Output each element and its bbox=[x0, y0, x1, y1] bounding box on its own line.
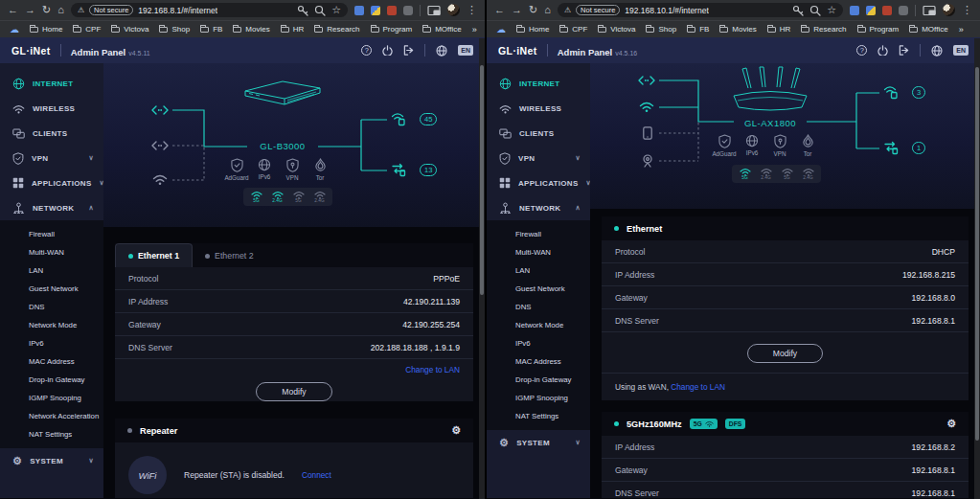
address-bar[interactable]: ⚠ Not secure 192.168.10.1/#/internet ☆ bbox=[558, 3, 843, 17]
subnav-item-igmp-snooping[interactable]: IGMP Snooping bbox=[487, 389, 590, 407]
wired-clients-icon[interactable] bbox=[885, 143, 898, 154]
profile-avatar[interactable] bbox=[943, 4, 955, 16]
change-to-lan-link[interactable]: Change to LAN bbox=[671, 382, 725, 392]
reload-icon[interactable]: ↻ bbox=[529, 0, 537, 20]
language-icon[interactable] bbox=[436, 45, 447, 57]
help-icon[interactable]: ? bbox=[856, 45, 867, 56]
bookmark-item[interactable]: CPF bbox=[559, 25, 587, 34]
bookmark-item[interactable]: Home bbox=[516, 25, 549, 34]
band-guest-5g[interactable]: 5G bbox=[780, 168, 794, 180]
extensions-puzzle-icon[interactable] bbox=[403, 6, 413, 15]
home-icon[interactable]: ⌂ bbox=[544, 0, 551, 20]
sidebar-item-network[interactable]: NETWORK ∧ bbox=[487, 195, 590, 220]
subnav-item-multiwan[interactable]: Multi-WAN bbox=[0, 243, 103, 261]
sidebar-item-vpn[interactable]: VPN ∨ bbox=[0, 146, 103, 170]
address-bar[interactable]: ⚠ Not secure 192.168.8.1/#/internet ☆ bbox=[71, 3, 348, 17]
bookmark-item[interactable]: FB bbox=[200, 25, 222, 34]
zoom-icon[interactable] bbox=[809, 5, 821, 16]
bookmark-item[interactable]: Home bbox=[30, 25, 62, 34]
subnav-item-network-acceleration[interactable]: Network Acceleration bbox=[0, 407, 103, 425]
cast-icon[interactable] bbox=[427, 5, 441, 16]
extension-icon[interactable] bbox=[882, 6, 892, 15]
browser-menu-icon[interactable]: ⋮ bbox=[962, 0, 972, 20]
password-key-icon[interactable] bbox=[297, 5, 308, 16]
adguard-feature[interactable]: AdGuard bbox=[227, 158, 246, 181]
bookmark-item[interactable]: HR bbox=[767, 25, 791, 34]
subnav-item-dns[interactable]: DNS bbox=[487, 298, 590, 316]
sidebar-item-internet[interactable]: INTERNET bbox=[0, 71, 103, 96]
sidebar-item-vpn[interactable]: VPN ∨ bbox=[487, 146, 590, 170]
page-scrollbar[interactable] bbox=[479, 38, 485, 499]
band-5g[interactable]: 5G bbox=[249, 191, 263, 203]
band-24g[interactable]: 2.4G bbox=[270, 191, 285, 203]
band-24g[interactable]: 2.4G bbox=[759, 168, 773, 180]
sidebar-item-wireless[interactable]: WIRELESS bbox=[0, 96, 103, 121]
reboot-icon[interactable] bbox=[877, 45, 888, 56]
forward-icon[interactable]: → bbox=[25, 0, 35, 20]
wireless-clients-count[interactable]: 45 bbox=[420, 113, 437, 125]
bookmark-item[interactable]: Movies bbox=[233, 25, 269, 34]
bookmark-item[interactable]: MOffice bbox=[422, 25, 461, 34]
subnav-item-network-mode[interactable]: Network Mode bbox=[0, 316, 103, 334]
subnav-item-guest-network[interactable]: Guest Network bbox=[0, 280, 103, 298]
subnav-item-multiwan[interactable]: Multi-WAN bbox=[487, 243, 590, 261]
bookmark-item[interactable]: Victova bbox=[598, 25, 635, 34]
wireless-clients-icon[interactable] bbox=[393, 114, 405, 125]
subnav-item-nat-settings[interactable]: NAT Settings bbox=[0, 425, 103, 443]
language-badge[interactable]: EN bbox=[953, 45, 969, 56]
bookmark-item[interactable]: Shop bbox=[646, 25, 676, 34]
profile-avatar[interactable] bbox=[447, 4, 460, 16]
extensions-puzzle-icon[interactable] bbox=[899, 6, 908, 15]
language-badge[interactable]: EN bbox=[458, 45, 473, 56]
subnav-item-network-mode[interactable]: Network Mode bbox=[487, 316, 590, 334]
band-guest-24g[interactable]: 2.4G bbox=[312, 191, 327, 203]
vpn-feature[interactable]: VPN bbox=[770, 134, 789, 157]
subnav-item-lan[interactable]: LAN bbox=[0, 261, 103, 280]
wired-clients-count[interactable]: 13 bbox=[420, 164, 437, 176]
extension-icon[interactable] bbox=[371, 6, 380, 15]
cast-icon[interactable] bbox=[923, 5, 936, 16]
wireless-clients-count[interactable]: 3 bbox=[912, 86, 925, 99]
bookmark-star-icon[interactable]: ☆ bbox=[827, 0, 836, 20]
bookmark-item[interactable]: Research bbox=[314, 25, 359, 34]
subnav-item-firewall[interactable]: Firewall bbox=[487, 225, 590, 243]
subnav-item-guest-network[interactable]: Guest Network bbox=[487, 280, 590, 298]
subnav-item-ipv6[interactable]: IPv6 bbox=[487, 334, 590, 352]
gear-icon[interactable]: ⚙ bbox=[451, 424, 461, 437]
bookmark-star-icon[interactable]: ☆ bbox=[331, 0, 341, 20]
bookmark-item[interactable]: FB bbox=[687, 25, 709, 34]
wired-clients-count[interactable]: 1 bbox=[912, 142, 925, 154]
subnav-item-mac-address[interactable]: MAC Address bbox=[487, 352, 590, 371]
language-icon[interactable] bbox=[931, 45, 943, 57]
vpn-feature[interactable]: VPN bbox=[283, 158, 302, 181]
browser-menu-icon[interactable]: ⋮ bbox=[467, 0, 477, 20]
extension-icon[interactable] bbox=[850, 6, 859, 15]
subnav-item-igmp-snooping[interactable]: IGMP Snooping bbox=[0, 389, 103, 407]
bookmark-item[interactable]: Program bbox=[371, 25, 413, 34]
bookmark-item[interactable]: CPF bbox=[73, 25, 101, 34]
bookmark-item[interactable]: Victova bbox=[111, 25, 148, 34]
home-icon[interactable]: ⌂ bbox=[57, 0, 64, 20]
sidebar-item-system[interactable]: ⚙ SYSTEM ∨ bbox=[0, 448, 103, 473]
sidebar-item-wireless[interactable]: WIRELESS bbox=[487, 96, 590, 121]
bookmark-item[interactable]: Movies bbox=[719, 25, 756, 34]
band-5g[interactable]: 5G bbox=[738, 168, 752, 180]
tor-feature[interactable]: Tor bbox=[798, 134, 817, 157]
connect-link[interactable]: Connect bbox=[302, 470, 331, 480]
subnav-item-lan[interactable]: LAN bbox=[487, 261, 590, 280]
bookmark-item[interactable]: Research bbox=[801, 25, 846, 34]
zoom-icon[interactable] bbox=[314, 5, 326, 16]
reload-icon[interactable]: ↻ bbox=[42, 0, 51, 20]
sidebar-item-system[interactable]: ⚙ SYSTEM ∨ bbox=[487, 430, 590, 455]
back-icon[interactable]: ← bbox=[8, 0, 18, 20]
sidebar-item-applications[interactable]: APPLICATIONS ∨ bbox=[487, 170, 590, 195]
cloud-bookmark-icon[interactable]: ☁ bbox=[496, 24, 506, 34]
adguard-feature[interactable]: AdGuard bbox=[715, 134, 734, 157]
extension-icon[interactable] bbox=[387, 6, 397, 15]
sidebar-item-internet[interactable]: INTERNET bbox=[487, 71, 590, 96]
bookmarks-overflow-icon[interactable]: » bbox=[959, 25, 964, 34]
ipv6-feature[interactable]: IPv6 bbox=[255, 158, 274, 181]
subnav-item-ipv6[interactable]: IPv6 bbox=[0, 334, 103, 352]
modify-button[interactable]: Modify bbox=[256, 382, 331, 401]
band-guest-5g[interactable]: 5G bbox=[291, 191, 306, 203]
